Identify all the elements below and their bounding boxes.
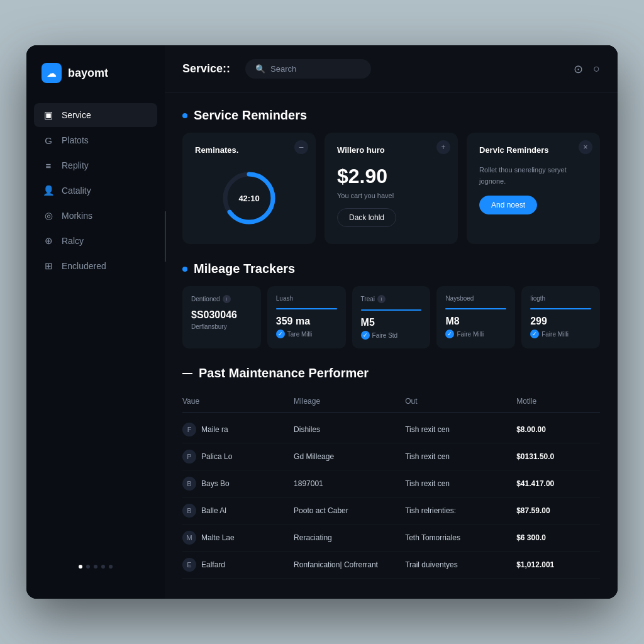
table-row: F Maile ra Dishiles Tish rexit cen $8.00… bbox=[182, 416, 600, 443]
content-area: Service Reminders – Reminates. 42:10 + W… bbox=[165, 93, 618, 594]
tracker-label-liogth: liogth bbox=[530, 295, 591, 302]
tracker-divider-naysboed bbox=[445, 308, 506, 309]
section-dot-2 bbox=[182, 267, 187, 272]
sidebar: ☁ bayomt ▣ Service G Platots ≡ Replity 👤… bbox=[26, 45, 165, 599]
card-badge-willero[interactable]: + bbox=[436, 140, 450, 154]
td-mileage: Ronfanication| Cofrerrant bbox=[294, 560, 405, 569]
td-cost: $1,012.001 bbox=[516, 560, 600, 569]
nav-label-replity: Replity bbox=[62, 160, 89, 170]
nav-label-ralcy: Ralcy bbox=[62, 236, 84, 246]
sidebar-item-catality[interactable]: 👤 Catality bbox=[34, 179, 157, 203]
service-reminders-header: Service Reminders bbox=[182, 108, 600, 123]
card-button-willero[interactable]: Dack lohld bbox=[337, 208, 396, 227]
tracker-label-treai: Treai i bbox=[361, 295, 422, 303]
sidebar-item-platots[interactable]: G Platots bbox=[34, 128, 157, 152]
td-name: F Maile ra bbox=[182, 423, 294, 436]
nav-icon-service: ▣ bbox=[43, 109, 54, 121]
page-title: Service:: bbox=[182, 62, 230, 75]
sidebar-item-ralcy[interactable]: ⊕ Ralcy bbox=[34, 229, 157, 253]
sidebar-dot-0 bbox=[79, 565, 82, 569]
check-icon-liogth: ✓ bbox=[530, 330, 539, 338]
card-title-dervic: Dervic Reminders bbox=[479, 145, 587, 155]
search-box[interactable]: 🔍 bbox=[245, 59, 371, 79]
sidebar-item-service[interactable]: ▣ Service bbox=[34, 103, 157, 127]
tracker-card-luash: Luash 359 ma ✓ Tare Milli bbox=[267, 286, 346, 348]
tracker-sub-treai: ✓ Faire Std bbox=[361, 331, 422, 340]
circle-text: 42:10 bbox=[238, 194, 259, 203]
table-col-header: Mileage bbox=[294, 397, 405, 406]
user-topbar-icon[interactable]: ○ bbox=[593, 62, 600, 76]
reminder-card-willero: + Willero huro $2.90 You cart you havel … bbox=[325, 133, 458, 244]
td-out: Tish relrienties: bbox=[405, 506, 516, 515]
info-icon: i bbox=[377, 295, 386, 303]
table-col-header: Vaue bbox=[182, 397, 294, 406]
sidebar-dot-2 bbox=[94, 565, 97, 569]
td-out: Trail duiventyes bbox=[405, 560, 516, 569]
check-icon-naysboed: ✓ bbox=[445, 330, 454, 338]
logo-area: ☁ bayomt bbox=[26, 63, 165, 103]
nav-items: ▣ Service G Platots ≡ Replity 👤 Catality… bbox=[26, 103, 165, 552]
td-mileage: Dishiles bbox=[294, 425, 405, 434]
nav-icon-morkins: ◎ bbox=[43, 210, 54, 221]
card-title-willero: Willero huro bbox=[337, 145, 445, 155]
search-input[interactable] bbox=[270, 64, 361, 74]
maintenance-header: Past Maintenance Performer bbox=[182, 366, 600, 380]
tracker-value-naysboed: M8 bbox=[445, 316, 506, 327]
nav-icon-ralcy: ⊕ bbox=[43, 235, 54, 247]
td-out: Tish rexit cen bbox=[405, 425, 516, 434]
nav-label-service: Service bbox=[62, 110, 91, 120]
nav-icon-replity: ≡ bbox=[43, 160, 54, 171]
row-icon-5: E bbox=[182, 558, 196, 572]
circle-container: 42:10 bbox=[195, 165, 303, 231]
tracker-divider-luash bbox=[276, 308, 337, 309]
nav-label-catality: Catality bbox=[62, 186, 91, 196]
section-dash bbox=[182, 373, 192, 374]
td-cost: $41.417.00 bbox=[516, 479, 600, 488]
td-out: Teth Tomorriales bbox=[405, 533, 516, 542]
td-name: B Balle Al bbox=[182, 504, 294, 518]
card-desc-dervic: Rollet thou snerelingy seryet jognone. bbox=[479, 165, 587, 187]
sidebar-item-encluded[interactable]: ⊞ Encludered bbox=[34, 254, 157, 278]
row-icon-1: P bbox=[182, 450, 196, 464]
nav-label-platots: Platots bbox=[62, 135, 89, 145]
table-row: M Malte Lae Reraciating Teth Tomorriales… bbox=[182, 525, 600, 552]
app-window: ☁ bayomt ▣ Service G Platots ≡ Replity 👤… bbox=[26, 45, 618, 599]
tracker-label-naysboed: Naysboed bbox=[445, 295, 506, 302]
td-out: Tish rexit cen bbox=[405, 479, 516, 488]
maintenance-title: Past Maintenance Performer bbox=[199, 366, 369, 380]
card-button-dervic[interactable]: And noest bbox=[479, 196, 537, 214]
row-icon-0: F bbox=[182, 423, 196, 436]
td-mileage: Gd Milleage bbox=[294, 452, 405, 461]
tracker-card-dentioned: Dentioned i $S030046 Derflansbury bbox=[182, 286, 261, 348]
sidebar-item-replity[interactable]: ≡ Replity bbox=[34, 153, 157, 177]
topbar: Service:: 🔍 ⊙ ○ bbox=[165, 45, 618, 93]
search-topbar-icon[interactable]: ⊙ bbox=[574, 62, 583, 76]
nav-icon-catality: 👤 bbox=[43, 185, 54, 196]
sidebar-dot-3 bbox=[101, 565, 105, 569]
td-cost: $0131.50.0 bbox=[516, 452, 600, 461]
row-icon-2: B bbox=[182, 477, 196, 491]
table-col-header: Out bbox=[405, 397, 516, 406]
nav-icon-encluded: ⊞ bbox=[43, 260, 54, 272]
tracker-divider-treai bbox=[361, 309, 422, 311]
sidebar-divider bbox=[165, 211, 166, 262]
sidebar-item-morkins[interactable]: ◎ Morkins bbox=[34, 204, 157, 228]
main-content: Service:: 🔍 ⊙ ○ Service Reminders – Remi… bbox=[165, 45, 618, 599]
td-mileage: Reraciating bbox=[294, 533, 405, 542]
td-cost: $87.59.00 bbox=[516, 506, 600, 515]
tracker-sub-luash: ✓ Tare Milli bbox=[276, 330, 337, 338]
row-icon-3: B bbox=[182, 504, 196, 518]
money-amount: $2.90 bbox=[337, 165, 445, 188]
service-reminders-section: Service Reminders – Reminates. 42:10 + W… bbox=[182, 108, 600, 244]
sidebar-dot-1 bbox=[86, 565, 90, 569]
td-name: M Malte Lae bbox=[182, 531, 294, 545]
tracker-sub-naysboed: ✓ Faire Milli bbox=[445, 330, 506, 338]
td-out: Tish rexit cen bbox=[405, 452, 516, 461]
td-cost: $8.00.00 bbox=[516, 425, 600, 434]
card-badge-dervic[interactable]: × bbox=[579, 140, 592, 154]
mileage-trackers-section: Mileage Trackers Dentioned i $S030046 De… bbox=[182, 262, 600, 348]
section-dot bbox=[182, 113, 187, 118]
tracker-sub-dentioned: Derflansbury bbox=[191, 323, 252, 330]
card-badge-reminates[interactable]: – bbox=[294, 140, 308, 154]
td-name: P Palica Lo bbox=[182, 450, 294, 464]
